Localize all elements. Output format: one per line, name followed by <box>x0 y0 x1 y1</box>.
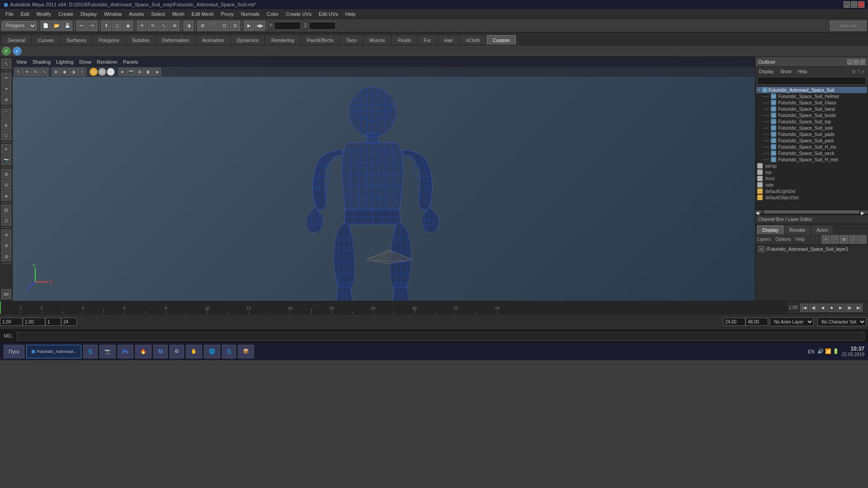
scale-tool[interactable]: ⤡ <box>159 21 169 31</box>
tab-subdivs[interactable]: Subdivs <box>126 35 156 45</box>
tab-painteffects[interactable]: PaintEffects <box>301 35 340 45</box>
menu-edit[interactable]: Edit <box>17 10 33 18</box>
show-menu-btn[interactable]: ▤ <box>1 205 11 215</box>
outliner-settings[interactable]: ⚙ <box>852 69 856 74</box>
playback-current-input[interactable] <box>23 318 45 326</box>
vp-tool-move[interactable]: ✛ <box>23 68 31 76</box>
timeline-ruler[interactable]: 124681012141618202224 <box>0 301 787 314</box>
paint-ops-btn[interactable]: ✏ <box>1 73 11 83</box>
snap-view[interactable]: ⊟ <box>230 21 240 31</box>
vp-shade-icon[interactable]: ◧ <box>144 68 152 76</box>
anim-start-input[interactable] <box>723 318 745 326</box>
tab-custom[interactable]: Custom <box>487 35 516 45</box>
cb-layer-up[interactable]: ↑ <box>849 235 857 244</box>
cb-layer-down[interactable]: ↓ <box>858 235 866 244</box>
start-button[interactable]: Пуск <box>4 345 24 358</box>
outliner-window-controls[interactable]: _ □ × <box>847 59 865 65</box>
otab-show[interactable]: Show <box>778 68 793 75</box>
menu-create[interactable]: Create <box>55 10 77 18</box>
vp-tool-wire[interactable]: ⊞ <box>52 68 60 76</box>
menu-edit-uvs[interactable]: Edit UVs <box>315 10 342 18</box>
vp-menu-view[interactable]: View <box>16 59 27 65</box>
joint-btn[interactable]: ◈ <box>1 191 11 201</box>
misc-taskbar[interactable]: ⚙ <box>170 345 184 358</box>
outliner-tree[interactable]: ▼ G Futuristic_Astronaut_Space_Suit —○ M… <box>755 86 868 209</box>
ipr-button[interactable]: ◀▶ <box>255 21 265 31</box>
constraint-btn[interactable]: ⊞ <box>1 169 11 179</box>
outliner-search-input[interactable] <box>757 77 866 85</box>
vp-menu-show[interactable]: Show <box>79 59 92 65</box>
blender-taskbar[interactable]: 🔥 <box>135 345 151 358</box>
vp-tool-flat[interactable]: ◑ <box>69 68 77 76</box>
misc2[interactable]: ⊕ <box>1 240 11 250</box>
box-taskbar[interactable]: 📦 <box>238 345 254 358</box>
menu-color[interactable]: Color <box>263 10 282 18</box>
tab-dynamics[interactable]: Dynamics <box>231 35 264 45</box>
deform-btn[interactable]: ⊕ <box>1 94 11 104</box>
vp-menu-panels[interactable]: Panels <box>123 59 138 65</box>
maya-taskbar-btn[interactable]: ◼ Futuristic_Astronaut... <box>26 345 82 358</box>
cb-layer-opts[interactable]: ⚙ <box>840 235 848 244</box>
snap-grid[interactable]: ⊞ <box>198 21 208 31</box>
tree-item-persp[interactable]: C persp <box>756 163 867 169</box>
tab-general[interactable]: General <box>2 35 31 45</box>
hand-taskbar[interactable]: ✋ <box>186 345 202 358</box>
render-region[interactable]: ⊡ <box>1 216 11 225</box>
misc1[interactable]: ⊛ <box>1 230 11 239</box>
tree-item-h-met[interactable]: —○ M Futuristic_Space_Suit_H_met <box>756 156 867 163</box>
tree-item-helmet[interactable]: —○ M Futuristic_Space_Suit_Helmet <box>756 93 867 99</box>
outliner-close[interactable]: × <box>860 59 865 65</box>
select-mode-btn[interactable]: ↖ <box>1 59 11 69</box>
outliner-question[interactable]: ≡ <box>862 69 864 74</box>
undo-button[interactable]: ↩ <box>76 21 86 31</box>
chrome-taskbar[interactable]: 🌐 <box>204 345 220 358</box>
tab-toon[interactable]: Toon <box>340 35 363 45</box>
menu-normals[interactable]: Normals <box>237 10 263 18</box>
tree-item-default-obj[interactable]: S defaultObjectSet <box>756 194 867 201</box>
outliner-hscroll[interactable]: ◀ ▶ <box>755 209 868 215</box>
vp-tool-select[interactable]: ↖ <box>14 68 23 76</box>
skype2-taskbar[interactable]: S <box>222 345 236 358</box>
mel-input[interactable] <box>17 332 864 341</box>
menu-assets[interactable]: Assets <box>125 10 147 18</box>
playback-start-input[interactable] <box>0 318 23 326</box>
menu-select[interactable]: Select <box>147 10 169 18</box>
tree-item-pant[interactable]: —○ M Futuristic_Space_Suit_pant <box>756 137 867 144</box>
tab-deformation[interactable]: Deformation <box>156 35 195 45</box>
tree-item-h-ins[interactable]: —○ M Futuristic_Space_Suit_H_ins <box>756 144 867 150</box>
menu-help[interactable]: Help <box>342 10 359 18</box>
otab-help[interactable]: Help <box>796 68 809 75</box>
timeline-playhead[interactable] <box>0 301 1 314</box>
tree-item-glass[interactable]: —○ M Futuristic_Space_Suit_Glass <box>756 99 867 106</box>
vp-menu-lighting[interactable]: Lighting <box>56 59 74 65</box>
sculpt-btn[interactable]: ✦ <box>1 84 11 94</box>
maximize-button[interactable]: □ <box>851 1 857 8</box>
ik-btn[interactable]: ⊟ <box>1 180 11 190</box>
outliner-maximize[interactable]: □ <box>854 59 859 65</box>
script-editor-btn[interactable]: ⌨ <box>1 289 11 299</box>
ql-btn1[interactable]: ✓ <box>2 47 11 56</box>
tree-item-neck[interactable]: —○ M Futuristic_Space_Suit_neck <box>756 150 867 156</box>
tab-surfaces[interactable]: Surfaces <box>61 35 92 45</box>
tree-item-sole[interactable]: —○ M Futuristic_Space_Suit_sole <box>756 125 867 131</box>
cb-tab-display[interactable]: Display <box>757 225 783 234</box>
menu-create-uvs[interactable]: Create UVs <box>282 10 315 18</box>
open-scene-button[interactable]: 📂 <box>52 21 61 31</box>
tree-item-default-light[interactable]: S defaultLightSet <box>756 188 867 194</box>
menu-mesh[interactable]: Mesh <box>169 10 188 18</box>
menu-proxy[interactable]: Proxy <box>217 10 237 18</box>
tab-muscle[interactable]: Muscle <box>363 35 391 45</box>
tree-item-side[interactable]: C side <box>756 182 867 188</box>
vp-light-sphere2[interactable]: ● <box>98 68 106 76</box>
soft-select[interactable]: ◑ <box>184 21 193 31</box>
hscroll-left[interactable]: ◀ <box>755 210 763 214</box>
vp-misc-icon[interactable]: ◈ <box>153 68 161 76</box>
vp-snap-icon[interactable]: ⊕ <box>118 68 127 76</box>
pb-step-back[interactable]: ◀| <box>809 304 817 312</box>
snap-point[interactable]: ⊡ <box>219 21 229 31</box>
close-button[interactable]: × <box>858 1 864 8</box>
z-input[interactable] <box>309 22 336 30</box>
otab-display[interactable]: Display <box>757 68 776 75</box>
pb-play-back[interactable]: ◀ <box>818 304 826 312</box>
outliner-minimize[interactable]: _ <box>847 59 853 65</box>
